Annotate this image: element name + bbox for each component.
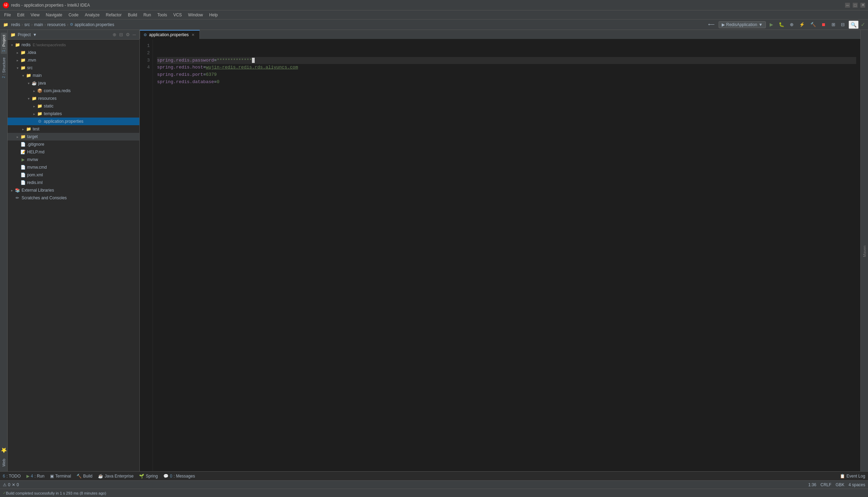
vert-tab-structure[interactable]: 2 : Structure <box>1 55 7 80</box>
menu-item-code[interactable]: Code <box>66 12 81 18</box>
panel-minimize-button[interactable]: ─ <box>132 31 137 38</box>
menu-item-view[interactable]: View <box>28 12 42 18</box>
menu-item-help[interactable]: Help <box>206 12 221 18</box>
maven-tab[interactable]: Maven <box>862 244 867 258</box>
menu-item-run[interactable]: Run <box>141 12 154 18</box>
tree-item-java[interactable]: ☕ java <box>8 79 139 87</box>
status-crlf[interactable]: CRLF <box>820 482 831 487</box>
layout-button[interactable]: ⊞ <box>830 21 837 28</box>
tree-item-mvn[interactable]: 📁 .mvn <box>8 56 139 64</box>
tree-icon-mvnw: ▶ <box>20 157 26 162</box>
run-item-event-log[interactable]: 📋 Event Log <box>840 474 865 479</box>
position-label: 1:36 <box>808 482 816 487</box>
menu-item-navigate[interactable]: Navigate <box>43 12 65 18</box>
tree-arrow-com-java-redis <box>31 88 37 94</box>
menu-item-window[interactable]: Window <box>185 12 206 18</box>
split-button[interactable]: ⊟ <box>839 21 846 28</box>
code-line-3: spring.redis.port=6379 <box>157 71 856 79</box>
tree-icon-resources: 📁 <box>31 96 37 101</box>
menu-item-edit[interactable]: Edit <box>14 12 27 18</box>
breadcrumb-current-file[interactable]: application.properties <box>75 22 114 27</box>
tree-arrow-mvnw <box>15 157 20 162</box>
minimize-button[interactable]: ─ <box>845 3 850 8</box>
tree-item-src[interactable]: 📁 src <box>8 64 139 72</box>
tree-icon-gitignore: 📄 <box>20 142 26 147</box>
tree-item-redis[interactable]: 📁 redis E:\wokespace\redis <box>8 41 139 49</box>
run-button[interactable]: ▶ <box>768 21 775 28</box>
title-bar-left: IJ redis - application.properties - Inte… <box>3 2 90 8</box>
tree-item-com-java-redis[interactable]: 📦 com.java.redis <box>8 87 139 95</box>
menu-item-vcs[interactable]: VCS <box>171 12 185 18</box>
panel-add-button[interactable]: ⊕ <box>112 31 117 38</box>
tree-item-gitignore[interactable]: 📄 .gitignore <box>8 141 139 148</box>
code-editor[interactable]: 1 2 3 4 spring.redis.password=**********… <box>140 40 860 471</box>
tree-icon-target: 📁 <box>20 134 26 139</box>
run-item-todo[interactable]: 6 : TODO <box>3 474 21 479</box>
tree-label-redis: redis <box>22 42 31 47</box>
run-item-messages[interactable]: 💬 0 : Messages <box>163 474 195 479</box>
breadcrumb-src[interactable]: src <box>24 22 30 27</box>
run-config-dropdown[interactable]: ▶ RedisApplication ▼ <box>719 21 766 28</box>
status-charset[interactable]: GBK <box>836 482 844 487</box>
tree-item-resources[interactable]: 📁 resources <box>8 95 139 102</box>
tree-item-templates[interactable]: 📁 templates <box>8 110 139 118</box>
menu-item-refactor[interactable]: Refactor <box>103 12 124 18</box>
nav-back-button[interactable]: ⟵ <box>706 21 716 28</box>
run-item-spring[interactable]: 🌱 Spring <box>139 474 158 479</box>
profile-button[interactable]: ⚡ <box>797 21 806 28</box>
panel-settings-button[interactable]: ⚙ <box>125 31 131 38</box>
status-warnings[interactable]: ⚠ 0 ✕ 0 <box>3 482 19 487</box>
menu-bar: FileEditViewNavigateCodeAnalyzeRefactorB… <box>0 10 868 19</box>
coverage-button[interactable]: ⊕ <box>788 21 795 28</box>
tree-icon-mvn: 📁 <box>20 57 26 63</box>
nav-bar-right: ⟵ ▶ RedisApplication ▼ ▶ 🐛 ⊕ ⚡ 🔨 ⏹ ⊞ ⊟ 🔍… <box>706 21 865 29</box>
vert-tab-favorites[interactable]: ⭐ <box>0 445 8 455</box>
menu-item-file[interactable]: File <box>1 12 14 18</box>
status-indent[interactable]: 4 spaces <box>849 482 865 487</box>
build-button[interactable]: 🔨 <box>809 21 818 28</box>
tree-item-target[interactable]: 📁 target <box>8 133 139 141</box>
tree-label-ext-libs: External Libraries <box>22 188 54 193</box>
tree-arrow-idea <box>15 50 20 55</box>
close-button[interactable]: ✕ <box>860 3 865 8</box>
project-tree: 📁 redis E:\wokespace\redis 📁 .idea 📁 .mv… <box>8 40 139 471</box>
status-position[interactable]: 1:36 <box>808 482 816 487</box>
run-item-terminal[interactable]: ▣ Terminal <box>50 474 71 479</box>
vert-tab-web[interactable]: Web <box>1 457 7 468</box>
panel-arrow[interactable]: ▼ <box>33 32 37 37</box>
breadcrumb-redis[interactable]: redis <box>11 22 20 27</box>
tree-arrow-app-props <box>31 119 37 124</box>
tree-item-idea[interactable]: 📁 .idea <box>8 49 139 56</box>
run-item-java-enterprise[interactable]: ☕ Java Enterprise <box>98 474 133 479</box>
maximize-button[interactable]: □ <box>853 3 858 8</box>
tree-icon-app-props: ⚙ <box>37 119 42 124</box>
breadcrumb-main[interactable]: main <box>34 22 43 27</box>
tree-icon-ext-libs: 📚 <box>15 187 20 193</box>
code-line-4: spring.redis.database=0 <box>157 79 856 86</box>
tree-item-redis-iml[interactable]: 📄 redis.iml <box>8 179 139 186</box>
run-item-build[interactable]: 🔨 Build <box>76 474 92 479</box>
menu-item-build[interactable]: Build <box>125 12 140 18</box>
tab-close-button[interactable]: ✕ <box>191 33 195 37</box>
run-item-run[interactable]: ▶ 4 : Run <box>26 474 44 479</box>
menu-item-analyze[interactable]: Analyze <box>82 12 103 18</box>
tab-application-properties[interactable]: ⚙ application.properties ✕ <box>140 30 200 39</box>
tree-item-test[interactable]: 📁 test <box>8 125 139 133</box>
panel-filter-button[interactable]: ⊟ <box>118 31 124 38</box>
search-everywhere-button[interactable]: 🔍 <box>849 21 859 29</box>
code-content[interactable]: spring.redis.password=************* spri… <box>153 40 860 471</box>
menu-item-tools[interactable]: Tools <box>155 12 170 18</box>
tree-item-scratches[interactable]: ✏ Scratches and Consoles <box>8 194 139 202</box>
debug-button[interactable]: 🐛 <box>777 21 786 28</box>
tree-item-help-md[interactable]: 📝 HELP.md <box>8 148 139 156</box>
tree-item-mvnw-cmd[interactable]: 📄 mvnw.cmd <box>8 163 139 171</box>
tree-item-external-libraries[interactable]: 📚 External Libraries <box>8 186 139 194</box>
tree-item-main[interactable]: 📁 main <box>8 72 139 79</box>
breadcrumb-resources[interactable]: resources <box>47 22 66 27</box>
vert-tab-project[interactable]: 1 : Project <box>1 33 7 54</box>
tree-item-application-properties[interactable]: ⚙ application.properties <box>8 118 139 125</box>
stop-button[interactable]: ⏹ <box>820 21 828 28</box>
tree-item-pom-xml[interactable]: 📄 pom.xml <box>8 171 139 179</box>
tree-item-mvnw[interactable]: ▶ mvnw <box>8 156 139 163</box>
tree-item-static[interactable]: 📁 static <box>8 102 139 110</box>
